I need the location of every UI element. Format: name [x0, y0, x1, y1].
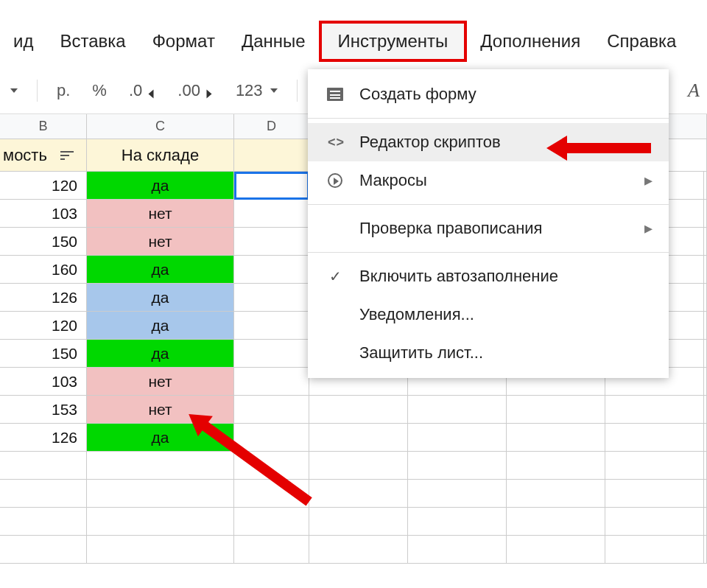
value-cell[interactable]: 126 — [0, 424, 87, 452]
empty-cell[interactable] — [234, 508, 309, 536]
empty-cell[interactable] — [408, 480, 507, 508]
empty-cell[interactable] — [309, 424, 408, 452]
value-cell[interactable]: 126 — [0, 284, 87, 312]
increase-decimal-button[interactable]: .00 — [170, 77, 221, 105]
menu-help[interactable]: Справка — [594, 25, 689, 57]
empty-cell[interactable] — [704, 424, 707, 452]
empty-cell[interactable] — [704, 480, 707, 508]
value-cell[interactable]: 120 — [0, 172, 87, 200]
menu-view[interactable]: ид — [0, 25, 46, 57]
empty-cell[interactable] — [408, 536, 507, 564]
empty-cell[interactable] — [605, 452, 704, 480]
empty-cell[interactable] — [234, 368, 309, 396]
empty-cell[interactable] — [309, 452, 408, 480]
value-cell[interactable]: 150 — [0, 340, 87, 368]
empty-cell[interactable] — [704, 396, 707, 424]
empty-cell[interactable] — [87, 536, 234, 564]
empty-cell[interactable] — [704, 452, 707, 480]
col-header-b[interactable]: B — [0, 114, 87, 139]
col-header-d[interactable]: D — [234, 114, 309, 139]
empty-cell[interactable] — [234, 536, 309, 564]
empty-cell[interactable] — [234, 172, 309, 200]
empty-cell[interactable] — [704, 256, 707, 284]
value-cell[interactable]: 150 — [0, 228, 87, 256]
empty-cell[interactable] — [605, 508, 704, 536]
stock-cell[interactable]: нет — [87, 396, 234, 424]
toolbar-dropdown[interactable] — [0, 84, 25, 97]
empty-cell[interactable] — [408, 508, 507, 536]
menu-spellcheck[interactable]: Проверка правописания ▸ — [308, 209, 669, 248]
empty-cell[interactable] — [0, 452, 87, 480]
menu-create-form[interactable]: Создать форму — [308, 75, 669, 113]
empty-cell[interactable] — [234, 228, 309, 256]
empty-cell[interactable] — [507, 424, 605, 452]
empty-cell[interactable] — [704, 508, 707, 536]
menu-addons[interactable]: Дополнения — [467, 25, 594, 57]
empty-cell[interactable] — [605, 424, 704, 452]
stock-cell[interactable]: да — [87, 340, 234, 368]
empty-cell[interactable] — [507, 396, 605, 424]
empty-cell[interactable] — [704, 312, 707, 340]
empty-cell[interactable] — [234, 424, 309, 452]
empty-cell[interactable] — [507, 452, 605, 480]
menu-autocomplete[interactable]: Включить автозаполнение — [308, 257, 669, 295]
col-header-c[interactable]: C — [87, 114, 234, 139]
header-cell-c[interactable]: На складе — [87, 139, 234, 172]
empty-cell[interactable] — [0, 508, 87, 536]
text-color-partial[interactable]: A — [680, 75, 707, 106]
value-cell[interactable]: 153 — [0, 396, 87, 424]
empty-cell[interactable] — [704, 228, 707, 256]
empty-cell[interactable] — [704, 284, 707, 312]
stock-cell[interactable]: нет — [87, 200, 234, 228]
stock-cell[interactable]: да — [87, 284, 234, 312]
header-cell-b[interactable]: мость — [0, 139, 87, 172]
empty-cell[interactable] — [605, 396, 704, 424]
filter-icon[interactable] — [60, 151, 74, 160]
percent-button[interactable]: % — [85, 77, 114, 105]
currency-button[interactable]: р. — [49, 77, 77, 105]
empty-cell[interactable] — [408, 452, 507, 480]
empty-cell[interactable] — [87, 508, 234, 536]
empty-cell[interactable] — [408, 424, 507, 452]
stock-cell[interactable]: нет — [87, 368, 234, 396]
menu-protect-sheet[interactable]: Защитить лист... — [308, 334, 669, 372]
menu-data[interactable]: Данные — [228, 25, 319, 57]
empty-cell[interactable] — [507, 508, 605, 536]
stock-cell[interactable]: да — [87, 172, 234, 200]
menu-insert[interactable]: Вставка — [46, 25, 138, 57]
empty-cell[interactable] — [704, 200, 707, 228]
empty-cell[interactable] — [234, 312, 309, 340]
empty-cell[interactable] — [234, 340, 309, 368]
empty-cell[interactable] — [0, 480, 87, 508]
value-cell[interactable]: 103 — [0, 200, 87, 228]
menu-macros[interactable]: Макросы ▸ — [308, 161, 669, 200]
empty-cell[interactable] — [309, 396, 408, 424]
empty-cell[interactable] — [309, 480, 408, 508]
menu-tools[interactable]: Инструменты — [319, 21, 468, 62]
empty-cell[interactable] — [309, 536, 408, 564]
stock-cell[interactable]: да — [87, 256, 234, 284]
empty-cell[interactable] — [234, 284, 309, 312]
value-cell[interactable]: 120 — [0, 312, 87, 340]
empty-cell[interactable] — [605, 480, 704, 508]
empty-cell[interactable] — [704, 368, 707, 396]
empty-cell[interactable] — [507, 480, 605, 508]
number-format-button[interactable]: 123 — [228, 77, 285, 105]
empty-cell[interactable] — [0, 536, 87, 564]
decrease-decimal-button[interactable]: .0 — [122, 77, 163, 105]
empty-cell[interactable] — [704, 340, 707, 368]
empty-cell[interactable] — [234, 200, 309, 228]
header-cell-d[interactable] — [234, 139, 309, 172]
empty-cell[interactable] — [408, 396, 507, 424]
empty-cell[interactable] — [87, 452, 234, 480]
empty-cell[interactable] — [87, 480, 234, 508]
stock-cell[interactable]: нет — [87, 228, 234, 256]
empty-cell[interactable] — [234, 396, 309, 424]
menu-notifications[interactable]: Уведомления... — [308, 295, 669, 334]
value-cell[interactable]: 160 — [0, 256, 87, 284]
menu-format[interactable]: Формат — [139, 25, 228, 57]
stock-cell[interactable]: да — [87, 312, 234, 340]
empty-cell[interactable] — [309, 508, 408, 536]
value-cell[interactable]: 103 — [0, 368, 87, 396]
empty-cell[interactable] — [234, 256, 309, 284]
